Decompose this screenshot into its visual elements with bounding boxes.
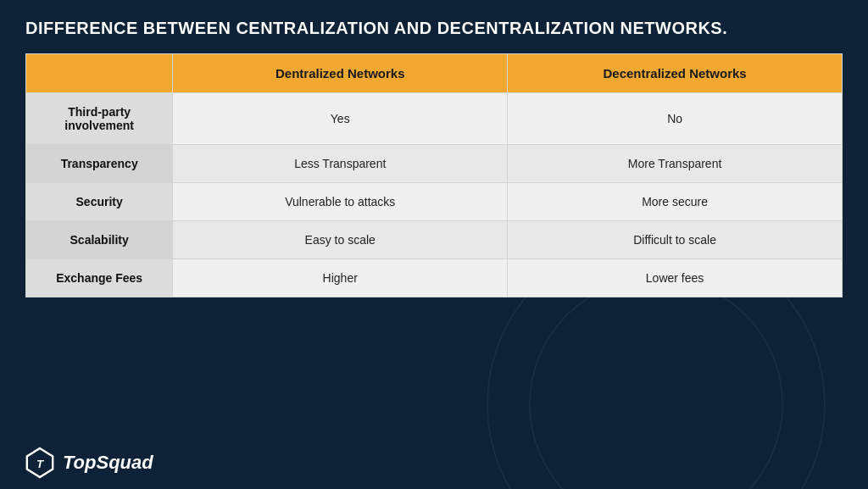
row-decentralized-value: Difficult to scale: [508, 221, 843, 259]
row-label: Security: [26, 183, 173, 221]
row-label: Exchange Fees: [26, 259, 173, 297]
logo-area: T TopSquad: [24, 447, 153, 479]
table-header-row: Dentralized Networks Decentralized Netwo…: [26, 54, 843, 93]
row-label: Third-partyinvolvement: [26, 93, 173, 145]
table-row: Exchange FeesHigherLower fees: [26, 259, 843, 297]
page-title: DIFFERENCE BETWEEN CENTRALIZATION AND DE…: [25, 19, 843, 38]
row-centralized-value: Vulnerable to attacks: [173, 183, 508, 221]
header-centralized: Dentralized Networks: [173, 54, 508, 93]
table-row: TransparencyLess TransparentMore Transpa…: [26, 145, 843, 183]
row-decentralized-value: No: [508, 93, 843, 145]
header-label-col: [26, 54, 173, 93]
page-content: DIFFERENCE BETWEEN CENTRALIZATION AND DE…: [0, 0, 868, 310]
row-decentralized-value: More secure: [508, 183, 843, 221]
table-row: Third-partyinvolvementYesNo: [26, 93, 843, 145]
row-centralized-value: Higher: [173, 259, 508, 297]
svg-text:T: T: [36, 458, 45, 470]
row-centralized-value: Easy to scale: [173, 221, 508, 259]
logo-icon: T: [24, 447, 56, 479]
row-decentralized-value: Lower fees: [508, 259, 843, 297]
row-centralized-value: Yes: [173, 93, 508, 145]
comparison-table: Dentralized Networks Decentralized Netwo…: [25, 53, 843, 297]
row-centralized-value: Less Transparent: [173, 145, 508, 183]
row-label: Transparency: [26, 145, 173, 183]
logo-text: TopSquad: [63, 452, 153, 474]
row-decentralized-value: More Transparent: [508, 145, 843, 183]
table-row: ScalabilityEasy to scaleDifficult to sca…: [26, 221, 843, 259]
header-decentralized: Decentralized Networks: [508, 54, 843, 93]
row-label: Scalability: [26, 221, 173, 259]
table-row: SecurityVulnerable to attacksMore secure: [26, 183, 843, 221]
